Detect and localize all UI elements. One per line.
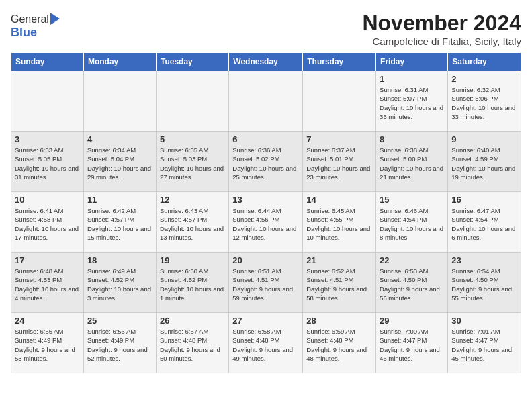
calendar-week-row: 3Sunrise: 6:33 AM Sunset: 5:05 PM Daylig… [11,132,521,192]
day-number: 10 [15,195,80,205]
day-number: 21 [306,255,372,265]
header-friday: Friday [376,53,448,71]
day-info: Sunrise: 6:53 AM Sunset: 4:50 PM Dayligh… [380,267,444,302]
day-info: Sunrise: 6:43 AM Sunset: 4:57 PM Dayligh… [160,206,225,242]
day-info: Sunrise: 6:42 AM Sunset: 4:57 PM Dayligh… [87,206,152,242]
logo-blue-text: Blue [11,26,37,39]
day-info: Sunrise: 6:36 AM Sunset: 5:02 PM Dayligh… [232,146,299,181]
day-info: Sunrise: 6:48 AM Sunset: 4:53 PM Dayligh… [15,267,80,302]
calendar-cell [11,71,84,132]
calendar-cell: 4Sunrise: 6:34 AM Sunset: 5:04 PM Daylig… [83,132,156,192]
page-header: General Blue November 2024 Campofelice d… [11,11,521,47]
day-number: 2 [451,74,517,84]
day-info: Sunrise: 6:44 AM Sunset: 4:56 PM Dayligh… [232,206,299,242]
calendar-cell: 2Sunrise: 6:32 AM Sunset: 5:06 PM Daylig… [448,71,521,132]
day-info: Sunrise: 6:56 AM Sunset: 4:49 PM Dayligh… [87,327,152,363]
calendar-table: SundayMondayTuesdayWednesdayThursdayFrid… [11,52,521,373]
day-number: 17 [15,255,80,265]
day-number: 18 [87,255,152,265]
header-tuesday: Tuesday [156,53,228,71]
day-number: 8 [380,134,444,144]
logo-general-text: General [11,13,49,26]
day-number: 7 [306,134,372,144]
calendar-subtitle: Campofelice di Fitalia, Sicily, Italy [362,36,521,47]
header-sunday: Sunday [11,53,84,71]
day-number: 27 [232,316,299,326]
calendar-cell: 11Sunrise: 6:42 AM Sunset: 4:57 PM Dayli… [83,192,156,253]
day-number: 4 [87,134,152,144]
calendar-cell: 9Sunrise: 6:40 AM Sunset: 4:59 PM Daylig… [448,132,521,192]
calendar-cell: 28Sunrise: 6:59 AM Sunset: 4:48 PM Dayli… [303,313,376,373]
calendar-cell: 6Sunrise: 6:36 AM Sunset: 5:02 PM Daylig… [229,132,303,192]
day-number: 16 [451,195,517,205]
calendar-cell: 22Sunrise: 6:53 AM Sunset: 4:50 PM Dayli… [376,253,448,313]
calendar-cell: 27Sunrise: 6:58 AM Sunset: 4:48 PM Dayli… [229,313,303,373]
day-info: Sunrise: 6:59 AM Sunset: 4:48 PM Dayligh… [306,327,372,363]
day-info: Sunrise: 6:38 AM Sunset: 5:00 PM Dayligh… [380,146,444,181]
day-info: Sunrise: 7:01 AM Sunset: 4:47 PM Dayligh… [451,327,517,363]
calendar-cell: 12Sunrise: 6:43 AM Sunset: 4:57 PM Dayli… [156,192,228,253]
calendar-cell: 18Sunrise: 6:49 AM Sunset: 4:52 PM Dayli… [83,253,156,313]
header-saturday: Saturday [448,53,521,71]
day-number: 14 [306,195,372,205]
day-number: 3 [15,134,80,144]
day-info: Sunrise: 7:00 AM Sunset: 4:47 PM Dayligh… [380,327,444,363]
calendar-cell: 24Sunrise: 6:55 AM Sunset: 4:49 PM Dayli… [11,313,84,373]
day-info: Sunrise: 6:37 AM Sunset: 5:01 PM Dayligh… [306,146,372,181]
day-number: 6 [232,134,299,144]
calendar-cell: 5Sunrise: 6:35 AM Sunset: 5:03 PM Daylig… [156,132,228,192]
day-info: Sunrise: 6:33 AM Sunset: 5:05 PM Dayligh… [15,146,80,181]
day-number: 5 [160,134,225,144]
calendar-week-row: 24Sunrise: 6:55 AM Sunset: 4:49 PM Dayli… [11,313,521,373]
title-block: November 2024 Campofelice di Fitalia, Si… [362,11,521,47]
day-info: Sunrise: 6:41 AM Sunset: 4:58 PM Dayligh… [15,206,80,242]
day-info: Sunrise: 6:55 AM Sunset: 4:49 PM Dayligh… [15,327,80,363]
calendar-cell: 15Sunrise: 6:46 AM Sunset: 4:54 PM Dayli… [376,192,448,253]
calendar-cell: 16Sunrise: 6:47 AM Sunset: 4:54 PM Dayli… [448,192,521,253]
calendar-cell: 14Sunrise: 6:45 AM Sunset: 4:55 PM Dayli… [303,192,376,253]
calendar-week-row: 10Sunrise: 6:41 AM Sunset: 4:58 PM Dayli… [11,192,521,253]
day-number: 13 [232,195,299,205]
day-number: 19 [160,255,225,265]
day-number: 15 [380,195,444,205]
svg-marker-0 [50,13,60,25]
day-info: Sunrise: 6:57 AM Sunset: 4:48 PM Dayligh… [160,327,225,363]
day-info: Sunrise: 6:54 AM Sunset: 4:50 PM Dayligh… [451,267,517,302]
day-number: 9 [451,134,517,144]
calendar-cell: 10Sunrise: 6:41 AM Sunset: 4:58 PM Dayli… [11,192,84,253]
calendar-cell: 7Sunrise: 6:37 AM Sunset: 5:01 PM Daylig… [303,132,376,192]
logo: General Blue [11,13,60,40]
calendar-cell [83,71,156,132]
calendar-cell: 19Sunrise: 6:50 AM Sunset: 4:52 PM Dayli… [156,253,228,313]
day-info: Sunrise: 6:46 AM Sunset: 4:54 PM Dayligh… [380,206,444,242]
logo-arrow-icon [50,13,60,25]
day-number: 11 [87,195,152,205]
day-info: Sunrise: 6:31 AM Sunset: 5:07 PM Dayligh… [380,85,444,121]
day-info: Sunrise: 6:40 AM Sunset: 4:59 PM Dayligh… [451,146,517,181]
calendar-cell: 3Sunrise: 6:33 AM Sunset: 5:05 PM Daylig… [11,132,84,192]
header-monday: Monday [83,53,156,71]
day-number: 23 [451,255,517,265]
day-info: Sunrise: 6:58 AM Sunset: 4:48 PM Dayligh… [232,327,299,363]
calendar-title: November 2024 [362,11,521,36]
calendar-cell: 17Sunrise: 6:48 AM Sunset: 4:53 PM Dayli… [11,253,84,313]
day-number: 28 [306,316,372,326]
calendar-cell [156,71,228,132]
day-number: 12 [160,195,225,205]
day-number: 26 [160,316,225,326]
calendar-cell: 30Sunrise: 7:01 AM Sunset: 4:47 PM Dayli… [448,313,521,373]
header-wednesday: Wednesday [229,53,303,71]
day-info: Sunrise: 6:52 AM Sunset: 4:51 PM Dayligh… [306,267,372,302]
day-number: 20 [232,255,299,265]
calendar-cell: 29Sunrise: 7:00 AM Sunset: 4:47 PM Dayli… [376,313,448,373]
calendar-cell [303,71,376,132]
day-info: Sunrise: 6:49 AM Sunset: 4:52 PM Dayligh… [87,267,152,302]
day-info: Sunrise: 6:51 AM Sunset: 4:51 PM Dayligh… [232,267,299,302]
calendar-cell: 26Sunrise: 6:57 AM Sunset: 4:48 PM Dayli… [156,313,228,373]
day-info: Sunrise: 6:50 AM Sunset: 4:52 PM Dayligh… [160,267,225,302]
day-number: 1 [380,74,444,84]
header-thursday: Thursday [303,53,376,71]
calendar-week-row: 1Sunrise: 6:31 AM Sunset: 5:07 PM Daylig… [11,71,521,132]
calendar-week-row: 17Sunrise: 6:48 AM Sunset: 4:53 PM Dayli… [11,253,521,313]
calendar-header-row: SundayMondayTuesdayWednesdayThursdayFrid… [11,53,521,71]
